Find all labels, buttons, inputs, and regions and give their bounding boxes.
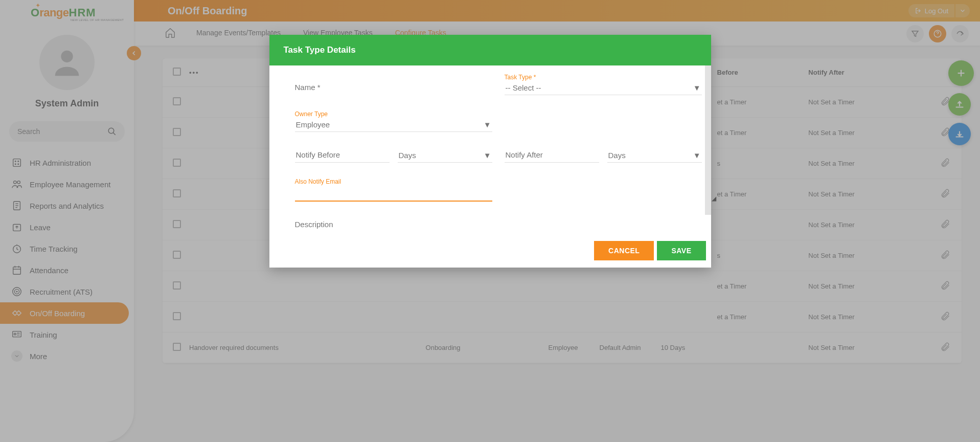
resize-handle-icon[interactable]: ◢ xyxy=(712,195,716,202)
chevron-down-icon: ▼ xyxy=(693,83,701,92)
task-type-modal: Task Type Details Name * Task Type * -- … xyxy=(269,35,711,268)
chevron-down-icon: ▼ xyxy=(484,151,491,160)
notify-before-input[interactable] xyxy=(295,147,390,163)
modal-footer: CANCEL SAVE xyxy=(269,234,711,268)
notify-after-input[interactable] xyxy=(505,147,599,163)
cancel-button[interactable]: CANCEL xyxy=(594,241,654,260)
owner-type-field[interactable]: Owner Type Employee ▼ xyxy=(295,110,492,132)
days-label: Days xyxy=(399,151,416,160)
notify-before-group: Days ▼ xyxy=(295,147,492,163)
also-notify-input[interactable] xyxy=(295,185,492,202)
modal-overlay[interactable]: Task Type Details Name * Task Type * -- … xyxy=(0,0,980,442)
name-label: Name * xyxy=(295,83,492,92)
task-type-value: -- Select -- xyxy=(506,83,541,92)
owner-type-value: Employee xyxy=(296,120,330,129)
save-button[interactable]: SAVE xyxy=(657,241,705,260)
name-field[interactable]: Name * xyxy=(295,83,492,95)
description-label: Description xyxy=(295,220,702,229)
modal-body: Name * Task Type * -- Select -- ▼ Owner … xyxy=(269,65,711,234)
modal-scrollbar[interactable] xyxy=(705,65,711,215)
also-notify-field[interactable]: Also Notify Email xyxy=(295,178,492,202)
notify-before-field[interactable] xyxy=(295,147,390,163)
chevron-down-icon: ▼ xyxy=(693,151,701,160)
also-notify-label: Also Notify Email xyxy=(295,178,492,185)
modal-title: Task Type Details xyxy=(269,35,711,65)
notify-after-unit[interactable]: Days ▼ xyxy=(607,148,702,163)
notify-after-group: Days ▼ xyxy=(505,147,702,163)
task-type-label: Task Type * xyxy=(505,74,702,81)
notify-after-field[interactable] xyxy=(505,147,599,163)
days-label: Days xyxy=(608,151,626,160)
notify-before-unit[interactable]: Days ▼ xyxy=(398,148,492,163)
chevron-down-icon: ▼ xyxy=(484,120,491,129)
owner-type-label: Owner Type xyxy=(295,110,492,118)
description-field[interactable]: Description xyxy=(295,220,702,229)
task-type-field[interactable]: Task Type * -- Select -- ▼ xyxy=(505,74,702,95)
